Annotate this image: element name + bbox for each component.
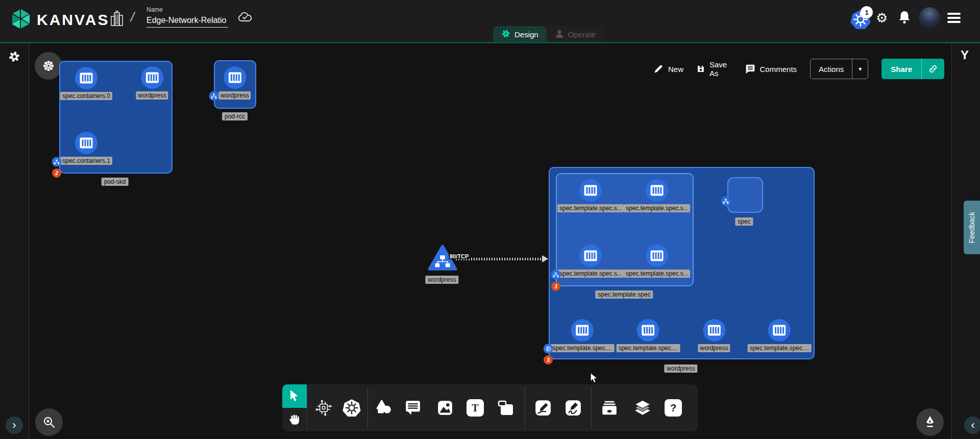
image-tool-button[interactable] xyxy=(436,399,454,417)
hierarchy-badge[interactable] xyxy=(721,197,731,206)
zoom-button[interactable] xyxy=(35,408,63,436)
container-circle xyxy=(646,179,668,202)
node-container[interactable]: wordpress xyxy=(218,66,251,100)
notifications-bell-icon[interactable] xyxy=(897,10,912,27)
help-icon: ? xyxy=(665,399,682,417)
shapes-tool-button[interactable] xyxy=(375,399,393,417)
node-container[interactable]: spec.template.spec.s... xyxy=(624,179,690,212)
hierarchy-badge[interactable] xyxy=(52,157,62,167)
help-tool-button[interactable]: ? xyxy=(665,399,682,417)
node-container[interactable]: spec.template.spec.... xyxy=(617,319,680,352)
cluster-flower-node[interactable] xyxy=(35,52,62,80)
save-as-label: Save As xyxy=(709,60,732,78)
hand-icon xyxy=(288,413,301,426)
feedback-tab[interactable]: Feedback xyxy=(964,201,980,254)
container-circle xyxy=(768,319,791,342)
comment-tool-button[interactable] xyxy=(404,399,422,417)
user-avatar[interactable] xyxy=(919,7,940,29)
header: KANVAS / Name xyxy=(0,0,980,43)
tab-design[interactable]: Design xyxy=(493,26,547,42)
pan-tool-button[interactable] xyxy=(282,408,307,431)
kanvas-app: KANVAS / Name xyxy=(0,0,980,439)
hierarchy-badge[interactable] xyxy=(209,91,219,101)
actions-button[interactable]: Actions ▾ xyxy=(810,59,868,79)
settings-gear-icon[interactable]: ⚙ xyxy=(876,10,888,26)
kubernetes-icon xyxy=(342,399,361,417)
error-count-badge[interactable]: 3 xyxy=(551,282,560,291)
node-label: spec xyxy=(735,217,753,226)
error-count-badge[interactable]: 3 xyxy=(544,355,553,364)
component-tool-button[interactable] xyxy=(315,399,332,417)
comments-label: Comments xyxy=(760,65,797,74)
toolbar-divider xyxy=(368,387,368,428)
node-label: spec.template.spec.s... xyxy=(624,270,690,278)
meshery-spinner-icon xyxy=(8,51,20,65)
node-container[interactable]: wordpress xyxy=(698,319,730,352)
node-label: spec.template.spec.... xyxy=(748,344,812,352)
actions-dropdown-button[interactable]: ▾ xyxy=(852,59,868,79)
brand[interactable]: KANVAS xyxy=(9,7,109,33)
floppy-icon xyxy=(697,64,705,74)
edge-pen-tool-button[interactable] xyxy=(534,399,552,417)
drawer-tool-button[interactable] xyxy=(601,399,618,417)
node-label: wordpress xyxy=(425,276,458,284)
expand-left-panel-button[interactable]: › xyxy=(6,417,23,434)
flower-gear-icon xyxy=(42,60,55,72)
canvas-actionbar: New Save As Comments Actions ▾ xyxy=(653,57,944,81)
tab-operate[interactable]: Operate xyxy=(547,26,604,42)
node-container[interactable]: spec.template.spec.s... xyxy=(624,245,690,278)
group-label: wordpress xyxy=(664,364,697,373)
canvas-toolbar-dock: T xyxy=(282,384,698,431)
group-label: pod-rcc xyxy=(222,112,248,120)
node-label: spec.containers.1 xyxy=(60,157,112,165)
save-as-button[interactable]: Save As xyxy=(697,60,732,78)
pen-nib-icon xyxy=(923,415,937,429)
comments-button[interactable]: Comments xyxy=(745,64,797,74)
container-circle xyxy=(571,319,594,342)
select-tool-button[interactable] xyxy=(282,384,307,408)
validator-icon[interactable]: Y xyxy=(961,48,969,62)
node-container[interactable]: wordpress xyxy=(136,66,168,100)
kubernetes-tool-button[interactable] xyxy=(342,399,361,417)
layers-tool-button[interactable] xyxy=(633,399,652,417)
container-circle xyxy=(75,132,97,154)
tab-design-label: Design xyxy=(514,30,538,39)
node-container[interactable]: spec.template.spec.... xyxy=(551,319,615,352)
text-tool-button[interactable]: T xyxy=(467,399,484,417)
collapse-right-panel-button[interactable]: ‹ xyxy=(964,417,980,434)
error-count-badge[interactable]: 2 xyxy=(52,168,61,178)
node-container[interactable]: spec.template.spec.... xyxy=(748,319,812,352)
node-container[interactable]: spec.template.spec.s... xyxy=(557,245,624,278)
new-button[interactable]: New xyxy=(653,64,683,74)
pen-mode-button[interactable] xyxy=(916,408,944,436)
copy-link-button[interactable] xyxy=(921,59,944,79)
container-circle xyxy=(141,66,163,89)
magnifier-plus-icon xyxy=(42,416,56,429)
node-container[interactable]: spec.containers.1 xyxy=(60,132,112,165)
share-button[interactable]: Share xyxy=(881,59,944,79)
mesh-badge[interactable] xyxy=(544,344,553,354)
operate-person-icon xyxy=(555,29,564,40)
window-note-icon xyxy=(497,400,514,416)
group-label: spec.template.spec xyxy=(595,290,653,299)
menu-hamburger-icon[interactable] xyxy=(947,13,961,23)
design-name-input[interactable] xyxy=(146,15,228,28)
node-container[interactable]: spec.template.spec.s... xyxy=(557,179,624,212)
container-circle xyxy=(646,245,668,267)
freehand-tool-button[interactable] xyxy=(565,399,582,417)
design-name-label: Name xyxy=(146,6,228,13)
node-label: spec.template.spec.s... xyxy=(557,204,624,212)
image-icon xyxy=(436,399,454,417)
node-spec-empty[interactable] xyxy=(727,177,763,213)
layers-icon xyxy=(633,399,652,417)
hierarchy-badge[interactable] xyxy=(551,270,561,280)
mode-tabs: Design Operate xyxy=(493,26,604,42)
cursor-arrow-icon xyxy=(289,390,300,402)
node-container[interactable]: spec.containers.0 xyxy=(60,67,112,100)
organization-icon[interactable] xyxy=(108,9,126,30)
toolbar-divider xyxy=(591,387,592,428)
design-spiral-icon xyxy=(501,29,510,40)
note-tool-button[interactable] xyxy=(497,400,514,416)
chip-icon xyxy=(315,399,332,417)
edge-arrowhead-icon xyxy=(542,255,548,262)
